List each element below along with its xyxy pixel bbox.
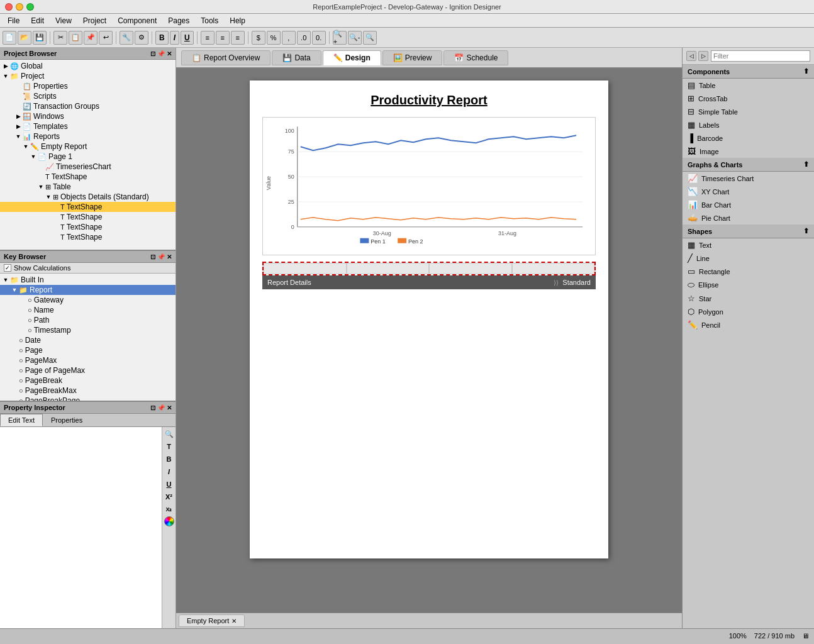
tree-empty-report[interactable]: ▼ ✏️ Empty Report [0,142,176,152]
tree-reports[interactable]: ▼ 📊 Reports [0,131,176,142]
comma-button[interactable]: , [282,31,296,45]
tree-timeseries[interactable]: 📈 TimeseriesChart [0,162,176,172]
dec-dec-button[interactable]: 0. [312,31,326,45]
close-button[interactable] [5,3,13,11]
tree-textshape-2[interactable]: T TextShape [0,212,176,222]
bold-tool-btn[interactable]: B [164,453,175,465]
key-gateway[interactable]: ○ Gateway [0,295,176,305]
key-name[interactable]: ○ Name [0,305,176,315]
menu-project[interactable]: Project [78,15,111,26]
bold-button[interactable]: B [155,31,169,45]
kb-close-icon[interactable]: ✕ [167,253,172,260]
align-center-button[interactable]: ≡ [216,31,230,45]
comp-crosstab[interactable]: ⊞ CrossTab [683,92,814,105]
percent-button[interactable]: % [267,31,281,45]
zoom-in-button[interactable]: 🔍+ [333,31,347,45]
menu-file[interactable]: File [3,15,25,26]
key-path[interactable]: ○ Path [0,315,176,325]
zoom-fit-button[interactable]: 🔍 [363,31,377,45]
maximize-button[interactable] [26,3,34,11]
comp-simple-table[interactable]: ⊟ Simple Table [683,105,814,118]
tab-data[interactable]: 💾 Data [272,50,321,65]
italic-button[interactable]: I [170,31,179,45]
design-canvas[interactable]: Productivity Report 0 25 [176,68,682,613]
menu-edit[interactable]: Edit [26,15,49,26]
comp-rectangle[interactable]: ▭ Rectangle [683,265,814,278]
dollar-button[interactable]: $ [252,31,265,45]
minimize-button[interactable] [16,3,23,11]
filter-icon-2[interactable]: ▷ [698,51,708,61]
tree-properties[interactable]: 📋 Properties [0,81,176,91]
key-date[interactable]: ○ Date [0,335,176,345]
settings-button[interactable]: ⚙ [135,31,148,45]
key-builtin[interactable]: ▼ 📁 Built In [0,275,176,285]
graphs-section-header[interactable]: Graphs & Charts ⬆ [683,158,814,172]
show-calculations-checkbox[interactable]: ✓ [4,264,11,272]
comp-table[interactable]: ▤ Table [683,79,814,92]
comp-barcode[interactable]: ▐ Barcode [683,131,814,145]
pi-restore-icon[interactable]: ⊡ [150,404,155,411]
pi-pin-icon[interactable]: 📌 [157,404,165,411]
key-pagemax[interactable]: ○ PageMax [0,355,176,365]
shapes-section-header[interactable]: Shapes ⬆ [683,225,814,238]
pb-close-icon[interactable]: ✕ [167,50,172,57]
key-pagebreakmmax[interactable]: ○ PageBreakMax [0,386,176,396]
bottom-tab-empty-report[interactable]: Empty Report ✕ [179,614,245,627]
color-picker-btn[interactable] [164,516,174,526]
filter-input[interactable] [711,50,810,62]
comp-bar-chart[interactable]: 📊 Bar Chart [683,198,814,211]
italic-tool-btn[interactable]: I [164,466,175,477]
tab-preview[interactable]: 🖼️ Preview [382,50,443,65]
open-button[interactable]: 📂 [18,31,31,45]
paste-button[interactable]: 📌 [84,31,98,45]
menu-help[interactable]: Help [225,15,250,26]
dec-inc-button[interactable]: .0 [297,31,311,45]
align-left-button[interactable]: ≡ [201,31,215,45]
tree-project[interactable]: ▼ 📁 Project [0,71,176,81]
tree-table[interactable]: ▼ ⊞ Table [0,182,176,192]
tree-scripts[interactable]: 📜 Scripts [0,91,176,101]
copy-button[interactable]: 📋 [69,31,82,45]
tree-global[interactable]: ▶ 🌐 Global [0,61,176,71]
tree-transaction-groups[interactable]: 🔄 Transaction Groups [0,101,176,111]
comp-polygon[interactable]: ⬡ Polygon [683,305,814,318]
tab-properties[interactable]: Properties [43,414,91,426]
underline-tool-btn[interactable]: U [164,479,175,490]
save-button[interactable]: 💾 [33,31,47,45]
new-button[interactable]: 📄 [3,31,16,45]
text-tool-btn[interactable]: T [164,441,175,452]
comp-xy-chart[interactable]: 📉 XY Chart [683,185,814,198]
comp-text[interactable]: ▦ Text [683,238,814,252]
menu-pages[interactable]: Pages [163,15,194,26]
key-pagebreak[interactable]: ○ PageBreak [0,375,176,386]
comp-line[interactable]: ╱ Line [683,252,814,265]
tab-design[interactable]: ✏️ Design [323,50,381,65]
comp-star[interactable]: ☆ Star [683,292,814,305]
cut-button[interactable]: ✂ [53,31,67,45]
comp-ellipse[interactable]: ⬭ Ellipse [683,278,814,292]
menu-view[interactable]: View [50,15,77,26]
pb-pin-icon[interactable]: 📌 [157,50,165,57]
kb-restore-icon[interactable]: ⊡ [150,253,155,260]
key-report[interactable]: ▼ 📁 Report [0,285,176,295]
tab-report-overview[interactable]: 📋 Report Overview [181,50,270,65]
pi-close-icon[interactable]: ✕ [167,404,172,411]
edit-text-area[interactable] [0,427,162,628]
key-pagebreakpage[interactable]: ○ PageBreakPage [0,396,176,401]
align-right-button[interactable]: ≡ [231,31,245,45]
filter-icon-1[interactable]: ◁ [686,51,696,61]
tree-textshape-top[interactable]: T TextShape [0,172,176,182]
tree-textshape-1[interactable]: T TextShape [0,202,176,212]
search-tool-btn[interactable]: 🔍 [164,428,175,440]
comp-pencil[interactable]: ✏️ Pencil [683,318,814,331]
undo-button[interactable]: ↩ [99,31,113,45]
subscript-tool-btn[interactable]: X₂ [164,504,175,515]
tab-schedule[interactable]: 📅 Schedule [443,50,508,65]
menu-tools[interactable]: Tools [196,15,223,26]
tree-textshape-4[interactable]: T TextShape [0,232,176,242]
tree-objects-details[interactable]: ▼ ⊞ Objects Details (Standard) [0,192,176,202]
tree-textshape-3[interactable]: T TextShape [0,222,176,232]
menu-component[interactable]: Component [113,15,162,26]
tab-edit-text[interactable]: Edit Text [0,414,43,426]
comp-timeseries[interactable]: 📈 Timeseries Chart [683,172,814,185]
